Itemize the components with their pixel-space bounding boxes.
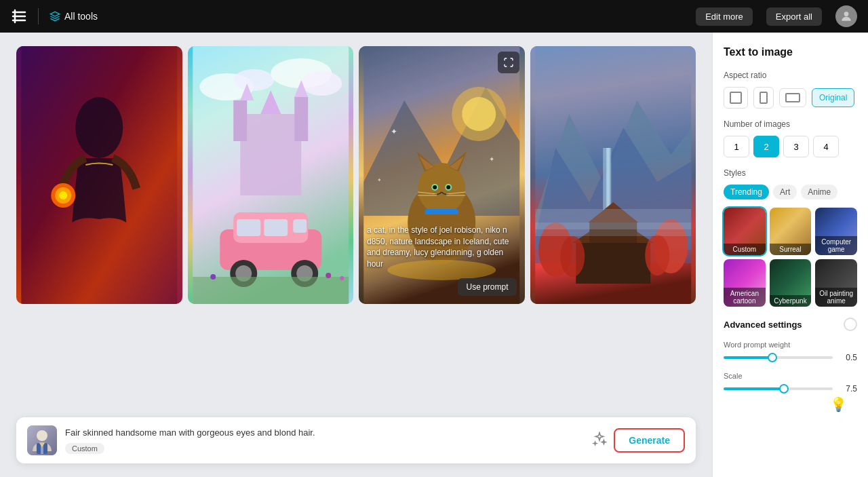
style-label-cyberpunk: Cyberpunk: [770, 295, 812, 307]
bottom-actions: Generate: [592, 428, 685, 453]
aspect-original-button[interactable]: Original: [812, 88, 854, 107]
svg-rect-48: [425, 209, 458, 214]
svg-point-8: [233, 69, 274, 91]
svg-point-64: [560, 236, 585, 277]
word-prompt-weight-label: Word prompt weight: [724, 341, 857, 349]
style-label-oil-painting: Oil painting anime: [815, 288, 857, 307]
svg-point-33: [462, 97, 496, 131]
num-3-button[interactable]: 3: [783, 136, 809, 157]
portrait-icon: [760, 92, 768, 104]
nav-divider: [38, 8, 39, 24]
image-card-1[interactable]: [16, 46, 182, 304]
style-label-custom: Custom: [724, 244, 766, 255]
num-images-label: Number of images: [724, 119, 857, 129]
svg-point-42: [433, 185, 437, 189]
landscape-icon: [785, 93, 800, 102]
svg-point-5: [59, 191, 67, 199]
main-area: ✦ ✦ ✦ a cat, in the style of joel robiso…: [0, 33, 868, 477]
word-prompt-weight-thumb[interactable]: [768, 353, 777, 362]
svg-rect-24: [264, 219, 288, 236]
svg-point-28: [326, 273, 331, 278]
svg-rect-12: [233, 100, 247, 141]
aspect-square-button[interactable]: [724, 87, 748, 109]
advanced-settings-title: Advanced settings: [724, 320, 802, 330]
style-label-computer-game: Computer game: [815, 236, 857, 255]
sidebar-title: Text to image: [724, 46, 857, 58]
scale-value: 7.5: [838, 384, 857, 394]
style-card-american-cartoon[interactable]: American cartoon: [724, 259, 766, 307]
edit-more-button[interactable]: Edit more: [696, 7, 753, 26]
style-card-computer-game[interactable]: Computer game: [815, 208, 857, 255]
advanced-settings-toggle[interactable]: [844, 318, 857, 331]
aspect-landscape-button[interactable]: [779, 88, 806, 107]
num-2-button[interactable]: 2: [753, 136, 779, 157]
style-card-oil-painting[interactable]: Oil painting anime: [815, 259, 857, 307]
num-4-button[interactable]: 4: [813, 136, 839, 157]
num-1-button[interactable]: 1: [724, 136, 749, 157]
expand-icon[interactable]: [498, 52, 519, 73]
svg-point-29: [340, 276, 344, 280]
image-prompt-text: a cat, in the style of joel robison, nik…: [367, 225, 517, 270]
logo[interactable]: [11, 8, 27, 24]
svg-point-65: [645, 235, 669, 275]
content-area: ✦ ✦ ✦ a cat, in the style of joel robiso…: [0, 33, 712, 477]
svg-rect-26: [193, 277, 349, 304]
svg-point-69: [37, 430, 47, 441]
styles-label: Styles: [724, 168, 857, 178]
svg-point-2: [75, 97, 123, 158]
style-card-custom[interactable]: Custom: [724, 208, 766, 255]
svg-point-43: [446, 185, 450, 189]
scale-thumb[interactable]: [779, 384, 789, 394]
num-images-row: 1 2 3 4: [724, 136, 857, 157]
square-icon: [730, 92, 742, 104]
styles-grid: Custom Surreal Computer game American ca…: [724, 208, 857, 307]
style-tag: Custom: [65, 443, 104, 454]
svg-text:✦: ✦: [489, 155, 494, 163]
svg-point-27: [210, 274, 216, 280]
image-card-2[interactable]: [188, 46, 354, 304]
generate-button[interactable]: Generate: [614, 428, 685, 453]
word-prompt-weight-slider-row: Word prompt weight 0.5: [724, 341, 857, 362]
aspect-ratio-grid: Original: [724, 87, 857, 109]
style-tab-art[interactable]: Art: [773, 185, 797, 199]
word-prompt-weight-wrapper: 0.5: [724, 353, 857, 362]
word-prompt-weight-value: 0.5: [838, 353, 857, 362]
lightbulb-icon[interactable]: 💡: [830, 396, 846, 413]
svg-rect-11: [240, 114, 301, 195]
style-card-surreal[interactable]: Surreal: [770, 208, 812, 255]
prompt-avatar: [27, 425, 57, 455]
svg-rect-25: [293, 219, 307, 233]
export-all-button[interactable]: Export all: [766, 7, 822, 26]
user-avatar[interactable]: [835, 5, 857, 27]
style-label-american-cartoon: American cartoon: [724, 288, 766, 307]
svg-point-0: [844, 12, 849, 16]
scale-fill: [724, 387, 784, 390]
svg-rect-13: [294, 97, 308, 141]
word-prompt-weight-track[interactable]: [724, 356, 833, 359]
style-tab-anime[interactable]: Anime: [801, 185, 837, 199]
prompt-text: Fair skinned handsome man with gorgeous …: [65, 427, 584, 438]
svg-rect-23: [237, 219, 260, 236]
svg-point-10: [301, 71, 342, 96]
use-prompt-button[interactable]: Use prompt: [458, 278, 516, 296]
right-sidebar: Text to image Aspect ratio Original Numb…: [712, 33, 868, 477]
image-card-3[interactable]: ✦ ✦ ✦ a cat, in the style of joel robiso…: [359, 46, 525, 304]
svg-rect-58: [576, 243, 650, 284]
scale-track[interactable]: [724, 387, 833, 390]
scale-wrapper: 7.5: [724, 384, 857, 394]
style-card-cyberpunk[interactable]: Cyberpunk: [770, 259, 812, 307]
bottom-bar: Fair skinned handsome man with gorgeous …: [16, 417, 696, 463]
scale-slider-row: Scale 7.5: [724, 372, 857, 394]
advanced-settings-header: Advanced settings: [724, 318, 857, 331]
image-card-4[interactable]: [530, 46, 696, 304]
svg-text:✦: ✦: [377, 177, 382, 183]
magic-enhance-icon[interactable]: [592, 432, 607, 450]
aspect-portrait-button[interactable]: [753, 87, 774, 109]
all-tools-label[interactable]: All tools: [50, 11, 98, 22]
aspect-ratio-label: Aspect ratio: [724, 71, 857, 80]
style-tab-trending[interactable]: Trending: [724, 185, 769, 199]
style-label-surreal: Surreal: [770, 244, 812, 255]
prompt-content: Fair skinned handsome man with gorgeous …: [65, 427, 584, 454]
word-prompt-weight-fill: [724, 356, 772, 359]
scale-label: Scale: [724, 372, 857, 380]
